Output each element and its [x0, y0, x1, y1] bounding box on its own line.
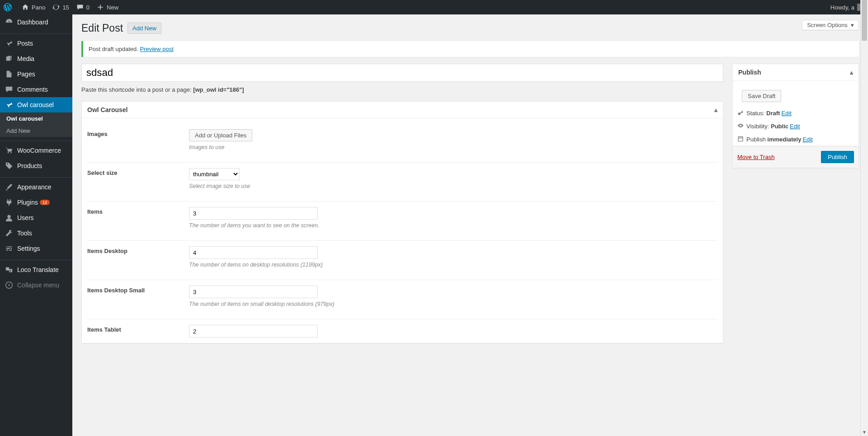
site-name: Pano: [32, 4, 45, 11]
field-label: Images: [87, 129, 189, 150]
sidebar-item-appearance[interactable]: Appearance: [0, 179, 72, 195]
save-draft-button[interactable]: Save Draft: [742, 90, 781, 102]
schedule-value: immediately: [767, 136, 801, 143]
user-icon: [5, 214, 14, 222]
field-description: The number of items on small desktop res…: [189, 301, 717, 307]
submenu-item[interactable]: Add New: [0, 125, 72, 137]
sidebar-item-pages[interactable]: Pages: [0, 66, 72, 82]
comments-count: 0: [86, 4, 90, 11]
images-button[interactable]: Add or Upload Files: [189, 129, 252, 141]
sidebar-item-comments[interactable]: Comments: [0, 82, 72, 97]
field-label: Select size: [87, 168, 189, 189]
sidebar-item-posts[interactable]: Posts: [0, 36, 72, 51]
edit-status-link[interactable]: Edit: [781, 110, 791, 117]
post-title-input[interactable]: [81, 64, 723, 82]
menu-separator: [0, 139, 72, 141]
field-description: The number of items on desktop resolutio…: [189, 262, 717, 268]
sidebar-item-owl[interactable]: Owl carousel: [0, 97, 72, 113]
admin-bar: Pano 15 0 New Howdy, a: [0, 0, 868, 14]
updates-count: 15: [62, 4, 69, 11]
field-label: Items Desktop: [87, 246, 189, 268]
visibility-value: Public: [771, 123, 788, 130]
field-description: Select image size to use: [189, 183, 717, 189]
sidebar-item-collapse[interactable]: Collapse menu: [0, 277, 72, 293]
page-icon: [5, 70, 14, 78]
publish-button[interactable]: Publish: [821, 151, 854, 163]
updates-link[interactable]: 15: [49, 0, 72, 14]
metabox-toggle[interactable]: ▴: [714, 106, 717, 113]
update-icon: [52, 4, 60, 11]
add-new-button[interactable]: Add New: [127, 23, 161, 34]
eye-icon: [737, 122, 746, 130]
browser-scrollbar[interactable]: ▲ ▼: [860, 0, 868, 361]
admin-sidebar: DashboardPostsMediaPagesCommentsOwl caro…: [0, 14, 72, 361]
page-title: Edit Post: [81, 22, 123, 34]
publish-title: Publish: [738, 69, 761, 76]
dashboard-icon: [5, 18, 14, 26]
new-content-link[interactable]: New: [93, 0, 122, 14]
status-row: Status: Draft Edit: [737, 107, 854, 120]
screen-options-wrap: Screen Options ▾: [802, 20, 859, 30]
edit-visibility-link[interactable]: Edit: [790, 123, 800, 130]
scroll-thumb[interactable]: [862, 0, 867, 41]
shortcode-hint: Paste this shortcode into a post or a pa…: [81, 86, 723, 93]
sidebar-item-products[interactable]: Products: [0, 158, 72, 173]
sidebar-item-label: Products: [17, 162, 42, 169]
sidebar-item-label: Dashboard: [17, 19, 48, 26]
sidebar-item-label: Media: [17, 55, 34, 62]
sidebar-item-label: WooCommerce: [17, 147, 61, 154]
sidebar-item-tools[interactable]: Tools: [0, 225, 72, 241]
submenu-item[interactable]: Owl carousel: [0, 113, 72, 125]
sidebar-item-label: Posts: [17, 40, 33, 47]
screen-options-button[interactable]: Screen Options ▾: [802, 20, 859, 30]
status-value: Draft: [766, 110, 780, 117]
move-to-trash-link[interactable]: Move to Trash: [737, 154, 774, 160]
wp-logo[interactable]: [0, 0, 18, 14]
translate-icon: [5, 266, 14, 274]
sidebar-item-label: Settings: [17, 245, 40, 252]
field-description: The number of items you want to see on t…: [189, 222, 717, 229]
owl-carousel-metabox: Owl Carousel ▴ ImagesAdd or Upload Files…: [81, 101, 723, 343]
wrench-icon: [5, 229, 14, 237]
pin-icon: [5, 101, 14, 109]
new-label: New: [107, 4, 118, 11]
items_tablet-input[interactable]: [189, 325, 318, 338]
publish-toggle[interactable]: ▴: [850, 69, 853, 76]
sidebar-item-plugins[interactable]: Plugins12: [0, 195, 72, 210]
sidebar-item-loco[interactable]: Loco Translate: [0, 262, 72, 277]
sidebar-item-media[interactable]: Media: [0, 51, 72, 66]
menu-separator: [0, 258, 72, 260]
preview-post-link[interactable]: Preview post: [140, 46, 173, 52]
wordpress-icon: [4, 3, 12, 11]
field-items: ItemsThe number of items you want to see…: [87, 202, 717, 241]
site-link[interactable]: Pano: [18, 0, 49, 14]
sidebar-item-users[interactable]: Users: [0, 210, 72, 225]
schedule-row: Publish immediately Edit: [737, 133, 854, 146]
sidebar-item-settings[interactable]: Settings: [0, 241, 72, 256]
sidebar-item-woo[interactable]: WooCommerce: [0, 143, 72, 158]
plus-icon: [97, 4, 104, 11]
sidebar-item-label: Users: [17, 214, 34, 221]
items_desktop-input[interactable]: [189, 246, 318, 259]
field-items_desktop: Items DesktopThe number of items on desk…: [87, 241, 717, 280]
tag-icon: [5, 162, 14, 170]
menu-separator: [0, 32, 72, 34]
edit-schedule-link[interactable]: Edit: [802, 136, 812, 143]
field-description: Images to use: [189, 144, 717, 150]
brush-icon: [5, 183, 14, 191]
size-select[interactable]: thumbnail: [189, 168, 240, 180]
publish-header[interactable]: Publish ▴: [733, 64, 859, 81]
sidebar-item-dashboard[interactable]: Dashboard: [0, 14, 72, 30]
items-input[interactable]: [189, 207, 318, 220]
items_desktop_small-input[interactable]: [189, 286, 318, 298]
notice-text: Post draft updated.: [89, 46, 138, 52]
comment-icon: [76, 4, 84, 11]
update-badge: 12: [40, 200, 50, 205]
home-icon: [22, 4, 29, 11]
calendar-icon: [737, 136, 746, 143]
field-items_tablet: Items Tablet: [87, 319, 717, 338]
shortcode-value: [wp_owl id="186"]: [193, 86, 244, 93]
comments-link[interactable]: 0: [73, 0, 93, 14]
metabox-header[interactable]: Owl Carousel ▴: [82, 102, 723, 118]
field-items_desktop_small: Items Desktop SmallThe number of items o…: [87, 280, 717, 319]
